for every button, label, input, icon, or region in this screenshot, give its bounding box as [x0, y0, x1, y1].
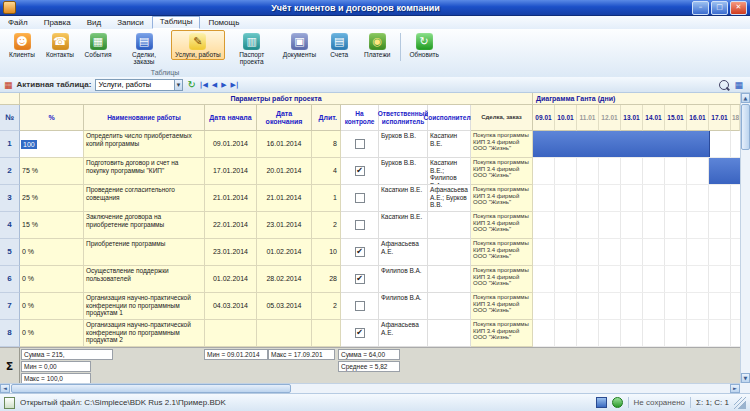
cell-responsible[interactable]: Афанасьева А.Е. — [379, 239, 428, 266]
menu-item-tables[interactable]: Таблицы — [152, 16, 201, 29]
checkbox-checked[interactable] — [355, 166, 365, 176]
cell-duration[interactable] — [312, 320, 341, 347]
documents-button[interactable]: ▣Документы — [279, 30, 321, 60]
scroll-left-icon[interactable] — [0, 384, 10, 393]
cell-date-start[interactable]: 22.01.2014 — [205, 212, 257, 239]
cell-duration[interactable]: 1 — [312, 185, 341, 212]
payments-button[interactable]: ◉Платежи — [358, 30, 396, 60]
refresh-icon[interactable] — [187, 79, 195, 90]
cell-responsible[interactable]: Филипов В.А. — [379, 293, 428, 320]
cell-duration[interactable]: 10 — [312, 239, 341, 266]
refresh-button[interactable]: ↻Обновить — [405, 30, 443, 60]
cell-responsible[interactable]: Касаткин В.Е. — [379, 212, 428, 239]
cell-date-start[interactable] — [205, 320, 257, 347]
row-number[interactable]: 1 — [0, 131, 20, 158]
menu-item-view[interactable]: Вид — [79, 16, 109, 29]
cell-deal[interactable]: Покупка программы КИП 3.4 фирмой ООО "Жи… — [471, 185, 533, 212]
cell-percent[interactable]: 0 % — [20, 320, 84, 347]
cell-date-start[interactable]: 21.01.2014 — [205, 185, 257, 212]
cell-co-executors[interactable]: Касаткин В.Е. — [428, 131, 471, 158]
cell-deal[interactable]: Покупка программы КИП 3.4 фирмой ООО "Жи… — [471, 158, 533, 185]
menu-item-file[interactable]: Файл — [0, 16, 36, 29]
cell-deal[interactable]: Покупка программы КИП 3.4 фирмой ООО "Жи… — [471, 131, 533, 158]
cell-date-start[interactable]: 23.01.2014 — [205, 239, 257, 266]
cell-on-control[interactable] — [341, 131, 379, 158]
cell-duration[interactable]: 2 — [312, 212, 341, 239]
cell-name[interactable]: Организация научно-практической конферен… — [84, 320, 205, 347]
cell-co-executors[interactable] — [428, 239, 471, 266]
nav-prev-button[interactable] — [212, 81, 217, 89]
cell-date-end[interactable]: 01.02.2014 — [257, 239, 312, 266]
deals-button[interactable]: ▤Сделки, заказы — [117, 30, 171, 67]
cell-date-end[interactable]: 23.01.2014 — [257, 212, 312, 239]
column-header-2[interactable]: Наименование работы — [84, 105, 205, 131]
column-header-8[interactable]: Соисполнители — [428, 105, 471, 131]
search-icon[interactable] — [719, 80, 729, 90]
column-header-9[interactable]: Сделка, заказ — [471, 105, 533, 131]
cell-on-control[interactable] — [341, 239, 379, 266]
services-button[interactable]: ✎Услуги, работы — [171, 30, 225, 60]
column-header-6[interactable]: На контроле — [341, 105, 379, 131]
scroll-up-icon[interactable] — [741, 93, 750, 103]
close-button[interactable] — [730, 1, 747, 15]
row-number[interactable]: 8 — [0, 320, 20, 347]
cell-deal[interactable]: Покупка программы КИП 3.4 фирмой ООО "Жи… — [471, 266, 533, 293]
cell-responsible[interactable]: Бурков В.В. — [379, 158, 428, 185]
passport-button[interactable]: ▥Паспорт проекта — [225, 30, 279, 67]
cell-on-control[interactable] — [341, 212, 379, 239]
scroll-right-icon[interactable] — [730, 384, 740, 393]
cell-on-control[interactable] — [341, 293, 379, 320]
horizontal-scrollbar[interactable] — [0, 383, 740, 393]
cell-percent[interactable]: 15 % — [20, 212, 84, 239]
cell-name[interactable]: Определить число приобретаемых копий про… — [84, 131, 205, 158]
cell-duration[interactable]: 2 — [312, 293, 341, 320]
cell-co-executors[interactable] — [428, 266, 471, 293]
cell-co-executors[interactable]: Касаткин В.Е.; Филипов В.А. — [428, 158, 471, 185]
minimize-button[interactable] — [692, 1, 709, 15]
cell-percent[interactable]: 100 — [20, 131, 84, 158]
cell-co-executors[interactable] — [428, 293, 471, 320]
cell-co-executors[interactable]: Афанасьева А.Е.; Бурков В.В. — [428, 185, 471, 212]
resize-grip[interactable] — [734, 397, 746, 409]
checkbox-unchecked[interactable] — [355, 193, 365, 203]
cell-co-executors[interactable] — [428, 212, 471, 239]
nav-next-button[interactable] — [221, 81, 226, 89]
nav-first-button[interactable] — [200, 81, 208, 89]
contacts-button[interactable]: ☎Контакты — [41, 30, 79, 60]
grid-settings-icon[interactable]: ▦ — [734, 80, 743, 90]
column-header-1[interactable]: % — [20, 105, 84, 131]
menu-item-records[interactable]: Записи — [109, 16, 152, 29]
cell-date-start[interactable]: 17.01.2014 — [205, 158, 257, 185]
checkbox-checked[interactable] — [355, 274, 365, 284]
cell-date-start[interactable]: 01.02.2014 — [205, 266, 257, 293]
cell-duration[interactable]: 4 — [312, 158, 341, 185]
cell-date-start[interactable]: 04.03.2014 — [205, 293, 257, 320]
cell-date-end[interactable]: 20.01.2014 — [257, 158, 312, 185]
row-number[interactable]: 6 — [0, 266, 20, 293]
nav-last-button[interactable] — [231, 81, 239, 89]
cell-deal[interactable]: Покупка программы КИП 3.4 фирмой ООО "Жи… — [471, 320, 533, 347]
cell-on-control[interactable] — [341, 158, 379, 185]
cell-duration[interactable]: 8 — [312, 131, 341, 158]
column-header-3[interactable]: Дата начала — [205, 105, 257, 131]
events-button[interactable]: ▦События — [79, 30, 117, 60]
menu-item-edit[interactable]: Правка — [36, 16, 79, 29]
cell-name[interactable]: Подготовить договор и счет на покупку пр… — [84, 158, 205, 185]
cell-on-control[interactable] — [341, 266, 379, 293]
cell-date-end[interactable]: 16.01.2014 — [257, 131, 312, 158]
cell-responsible[interactable]: Афанасьева А.Е. — [379, 320, 428, 347]
cell-name[interactable]: Организация научно-практической конферен… — [84, 293, 205, 320]
row-number[interactable]: 2 — [0, 158, 20, 185]
column-header-0[interactable]: № — [0, 105, 20, 131]
checkbox-unchecked[interactable] — [355, 139, 365, 149]
active-table-select[interactable]: Услуги, работы — [95, 79, 183, 91]
checkbox-checked[interactable] — [355, 328, 365, 338]
cell-deal[interactable]: Покупка программы КИП 3.4 фирмой ООО "Жи… — [471, 239, 533, 266]
menu-item-help[interactable]: Помощь — [200, 16, 247, 29]
row-number[interactable]: 3 — [0, 185, 20, 212]
cell-date-end[interactable] — [257, 320, 312, 347]
cell-percent[interactable]: 0 % — [20, 239, 84, 266]
maximize-button[interactable] — [711, 1, 728, 15]
invoices-button[interactable]: ▤Счета — [320, 30, 358, 60]
cell-responsible[interactable]: Бурков В.В. — [379, 131, 428, 158]
